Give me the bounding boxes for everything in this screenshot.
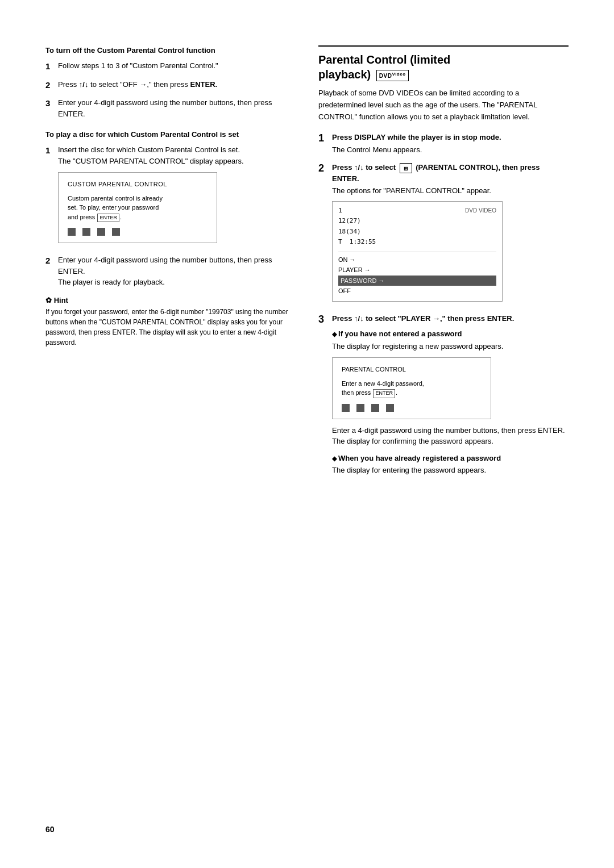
- dot1: [68, 228, 76, 236]
- menu-player: PLAYER →: [338, 265, 496, 276]
- right-step-1: 1 Press DISPLAY while the player is in s…: [318, 132, 569, 155]
- step-heading: Press ↑/↓ to select ⊞ (PARENTAL CONTROL)…: [332, 163, 540, 183]
- title-line1: Parental Control (limited: [318, 53, 450, 66]
- row1: 1: [338, 206, 376, 216]
- step-content: Press ↑/↓ to select ⊞ (PARENTAL CONTROL)…: [332, 162, 569, 306]
- row4: T 1:32:55: [338, 237, 376, 247]
- section-title: Parental Control (limited playback) DVDV…: [318, 45, 569, 82]
- dot4: [386, 404, 394, 412]
- menu-password: PASSWORD →: [338, 276, 496, 286]
- screen-dots: [68, 228, 208, 236]
- menu-off: OFF: [338, 286, 496, 297]
- page: To turn off the Custom Parental Control …: [0, 0, 614, 868]
- step-sub: The Control Menu appears.: [332, 144, 569, 156]
- enter-key: ENTER: [373, 389, 395, 398]
- page-number: 60: [45, 825, 55, 834]
- step-num: 1: [45, 60, 53, 73]
- dvd-screen: 1 12(27) 18(34) T 1:32:55 DVD VIDEO ON →…: [332, 201, 503, 302]
- parental-control-screen: PARENTAL CONTROL Enter a new 4-digit pas…: [332, 357, 491, 419]
- step-sub: The options for "PARENTAL CONTROL" appea…: [332, 185, 569, 197]
- hint-box: Hint If you forget your password, enter …: [45, 296, 296, 348]
- step-num: 2: [318, 162, 327, 175]
- step-3a: 3 Enter your 4-digit password using the …: [45, 97, 296, 119]
- screen-dots: [342, 404, 482, 412]
- title-line2: playback): [318, 68, 371, 81]
- screen-left: 1 12(27) 18(34) T 1:32:55: [338, 206, 376, 248]
- step-num: 2: [45, 79, 53, 92]
- step-text: Insert the disc for which Custom Parenta…: [58, 144, 296, 249]
- if-no-password-label: If you have not entered a password: [332, 329, 462, 338]
- section1-steps: 1 Follow steps 1 to 3 of "Custom Parenta…: [45, 60, 296, 119]
- dot4: [112, 228, 120, 236]
- step-2b: 2 Enter your 4-digit password using the …: [45, 254, 296, 288]
- step-heading: Press DISPLAY while the player is in sto…: [332, 133, 501, 141]
- step-text-main: Insert the disc for which Custom Parenta…: [58, 145, 240, 154]
- screen-title: CUSTOM PARENTAL CONTROL: [68, 180, 208, 189]
- step-heading: Press ↑/↓ to select "PLAYER →," then pre…: [332, 314, 514, 323]
- step-num: 1: [318, 132, 327, 145]
- hint-title: Hint: [45, 296, 296, 304]
- right-step-2: 2 Press ↑/↓ to select ⊞ (PARENTAL CONTRO…: [318, 162, 569, 306]
- step-num: 1: [45, 144, 53, 249]
- parental-screen-title: PARENTAL CONTROL: [342, 365, 482, 374]
- step-1a: 1 Follow steps 1 to 3 of "Custom Parenta…: [45, 60, 296, 73]
- dot3: [371, 404, 379, 412]
- enter-key: ENTER: [97, 214, 119, 223]
- sub-text2: The display for entering the password ap…: [332, 465, 569, 476]
- already-registered-label: When you have already registered a passw…: [332, 454, 501, 462]
- dot1: [342, 404, 350, 412]
- step-text: Enter your 4-digit password using the nu…: [58, 254, 296, 288]
- right-step-3: 3 Press ↑/↓ to select "PLAYER →," then p…: [318, 313, 569, 476]
- sub-diamond: If you have not entered a password: [332, 328, 569, 340]
- step-content: Press ↑/↓ to select "PLAYER →," then pre…: [332, 313, 569, 476]
- row2: 12(27): [338, 216, 376, 226]
- section2-heading: To play a disc for which Custom Parental…: [45, 130, 296, 140]
- parental-screen-body: Enter a new 4-digit password,then press …: [342, 379, 482, 398]
- intro-text: Playback of some DVD VIDEOs can be limit…: [318, 87, 569, 123]
- step-num: 3: [45, 97, 53, 119]
- dot3: [97, 228, 105, 236]
- step-1b: 1 Insert the disc for which Custom Paren…: [45, 144, 296, 249]
- sub-text: The display for registering a new passwo…: [332, 341, 569, 352]
- step-text: Press ↑/↓ to select "OFF →," then press …: [58, 79, 296, 92]
- custom-parental-screen: CUSTOM PARENTAL CONTROL Custom parental …: [58, 172, 217, 243]
- section1-heading: To turn off the Custom Parental Control …: [45, 45, 296, 56]
- right-column: Parental Control (limited playback) DVDV…: [318, 45, 569, 823]
- menu-area: ON → PLAYER → PASSWORD → OFF: [338, 252, 496, 297]
- section2-steps: 1 Insert the disc for which Custom Paren…: [45, 144, 296, 288]
- parental-control-icon: ⊞: [400, 163, 412, 173]
- dvdvideo-badge: DVDVideo: [376, 70, 409, 81]
- hint-text: If you forget your password, enter the 6…: [45, 307, 296, 348]
- dot2: [82, 228, 90, 236]
- row3: 18(34): [338, 227, 376, 237]
- step-text: Follow steps 1 to 3 of "Custom Parental …: [58, 60, 296, 73]
- step-content: Press DISPLAY while the player is in sto…: [332, 132, 569, 155]
- step-num: 3: [318, 313, 327, 326]
- dvd-video-label: DVD VIDEO: [465, 206, 496, 215]
- step-text: Enter your 4-digit password using the nu…: [58, 97, 296, 119]
- step-num: 2: [45, 254, 53, 288]
- left-column: To turn off the Custom Parental Control …: [45, 45, 296, 823]
- menu-on: ON →: [338, 254, 496, 265]
- dot2: [356, 404, 364, 412]
- step-2a: 2 Press ↑/↓ to select "OFF →," then pres…: [45, 79, 296, 92]
- sub-diamond2: When you have already registered a passw…: [332, 453, 569, 464]
- after-text1: Enter a 4-digit password using the numbe…: [332, 425, 569, 447]
- screen-body: Custom parental control is alreadyset. T…: [68, 194, 208, 223]
- step-text-line2: The "CUSTOM PARENTAL CONTROL" display ap…: [58, 157, 244, 165]
